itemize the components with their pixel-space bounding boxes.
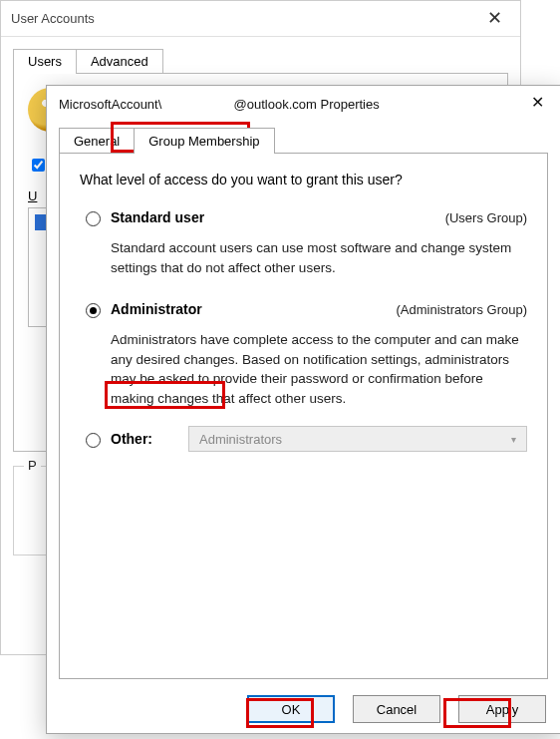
other-label: Other:: [111, 431, 152, 447]
properties-close-icon[interactable]: ✕: [514, 86, 560, 118]
user-accounts-close-icon[interactable]: ✕: [477, 3, 512, 33]
administrator-desc: Administrators have complete access to t…: [111, 330, 527, 408]
apply-button[interactable]: Apply: [458, 695, 546, 723]
other-select-value: Administrators: [199, 432, 282, 447]
ok-button[interactable]: OK: [247, 695, 335, 723]
properties-tabs: General Group Membership: [47, 122, 560, 154]
group-membership-body: What level of access do you want to gran…: [59, 153, 548, 679]
user-accounts-title: User Accounts: [11, 11, 95, 26]
title-account-prefix: MicrosoftAccount\: [59, 97, 161, 112]
radio-administrator[interactable]: [86, 303, 101, 318]
administrator-group: (Administrators Group): [397, 302, 527, 317]
radio-other[interactable]: [86, 433, 101, 448]
title-suffix: @outlook.com Properties: [234, 97, 380, 112]
chevron-down-icon: ▾: [511, 434, 516, 445]
cancel-button[interactable]: Cancel: [353, 695, 440, 723]
bg-tab-advanced[interactable]: Advanced: [76, 49, 163, 74]
radio-standard-user[interactable]: [86, 211, 101, 226]
other-select: Administrators ▾: [188, 426, 527, 452]
title-email-blank: [161, 97, 233, 112]
bg-tabs: Users Advanced: [1, 37, 520, 74]
standard-user-desc: Standard account users can use most soft…: [111, 238, 527, 277]
other-row: Other: Administrators ▾: [86, 426, 527, 452]
standard-user-group: (Users Group): [445, 210, 527, 225]
user-accounts-titlebar: User Accounts ✕: [1, 1, 520, 37]
bg-groupbox-label: P: [24, 458, 41, 473]
tab-general[interactable]: General: [59, 128, 135, 154]
properties-dialog: MicrosoftAccount\ @outlook.com Propertie…: [46, 85, 560, 734]
administrator-row: Administrator (Administrators Group): [80, 295, 527, 324]
access-question: What level of access do you want to gran…: [80, 172, 527, 187]
bg-checkbox[interactable]: [32, 159, 45, 172]
administrator-label: Administrator: [111, 301, 202, 317]
dialog-buttons: OK Cancel Apply: [247, 695, 546, 723]
standard-user-label: Standard user: [111, 209, 204, 225]
bg-tab-users[interactable]: Users: [13, 49, 77, 74]
standard-user-row: Standard user (Users Group): [80, 203, 527, 232]
properties-titlebar: MicrosoftAccount\ @outlook.com Propertie…: [47, 86, 560, 122]
tab-group-membership[interactable]: Group Membership: [134, 128, 274, 154]
